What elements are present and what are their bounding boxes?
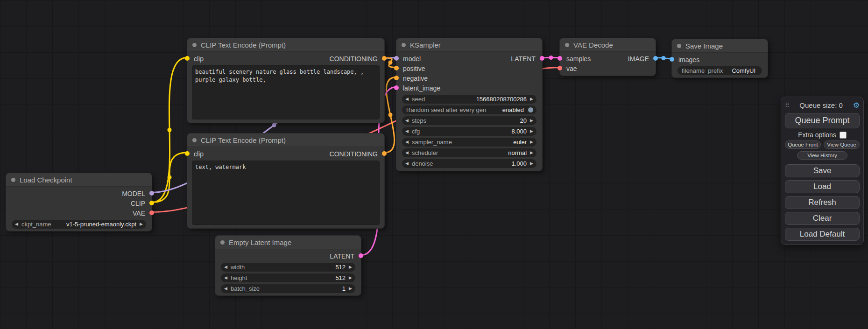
collapse-dot[interactable] <box>677 44 681 48</box>
node-header[interactable]: Load Checkpoint <box>6 173 152 187</box>
node-clip-text-encode-positive[interactable]: CLIP Text Encode (Prompt) clip CONDITION… <box>187 38 385 123</box>
sampler-name-widget[interactable]: ◀ sampler_name euler ▶ <box>402 138 536 147</box>
output-port-vae[interactable] <box>149 210 154 215</box>
decrement-arrow-icon[interactable]: ◀ <box>405 151 409 155</box>
decrement-arrow-icon[interactable]: ◀ <box>224 265 227 269</box>
node-title: Save Image <box>685 42 723 50</box>
widget-value: 1 <box>342 285 346 292</box>
output-port-latent[interactable] <box>540 56 544 61</box>
increment-arrow-icon[interactable]: ▶ <box>349 287 352 291</box>
input-port-model[interactable] <box>394 56 399 61</box>
input-port-clip[interactable] <box>185 56 190 61</box>
increment-arrow-icon[interactable]: ▶ <box>140 222 143 226</box>
node-header[interactable]: VAE Decode <box>560 38 656 52</box>
node-header[interactable]: CLIP Text Encode (Prompt) <box>187 133 384 147</box>
queue-size-label: Queue size: 0 <box>790 101 853 109</box>
decrement-arrow-icon[interactable]: ◀ <box>15 222 18 226</box>
negative-prompt-textarea[interactable]: text, watermark <box>192 161 380 225</box>
increment-arrow-icon[interactable]: ▶ <box>530 97 533 101</box>
increment-arrow-icon[interactable]: ▶ <box>530 119 533 123</box>
queue-prompt-button[interactable]: Queue Prompt <box>785 113 860 128</box>
queue-front-button[interactable]: Queue Front <box>785 140 821 149</box>
increment-arrow-icon[interactable]: ▶ <box>530 151 533 155</box>
settings-gear-icon[interactable]: ⚙ <box>853 101 860 110</box>
decrement-arrow-icon[interactable]: ◀ <box>405 140 409 144</box>
node-load-checkpoint[interactable]: Load Checkpoint MODEL CLIP VAE ◀ ckpt_na… <box>6 173 152 231</box>
increment-arrow-icon[interactable]: ▶ <box>530 161 533 166</box>
decrement-arrow-icon[interactable]: ◀ <box>224 276 227 280</box>
save-button[interactable]: Save <box>785 164 860 177</box>
denoise-widget[interactable]: ◀ denoise 1.000 ▶ <box>402 159 536 168</box>
random-seed-widget[interactable]: Random seed after every gen enabled <box>402 105 536 114</box>
node-title: VAE Decode <box>573 41 613 49</box>
decrement-arrow-icon[interactable]: ◀ <box>405 119 409 123</box>
widget-label: steps <box>412 117 426 124</box>
filename-prefix-widget[interactable]: filename_prefix ComfyUI <box>677 66 762 75</box>
increment-arrow-icon[interactable]: ▶ <box>349 276 352 280</box>
collapse-dot[interactable] <box>192 138 197 142</box>
node-header[interactable]: CLIP Text Encode (Prompt) <box>187 38 384 52</box>
decrement-arrow-icon[interactable]: ◀ <box>405 161 409 166</box>
cfg-widget[interactable]: ◀ cfg 8.000 ▶ <box>402 127 536 136</box>
input-port-clip[interactable] <box>185 151 190 156</box>
increment-arrow-icon[interactable]: ▶ <box>349 265 352 269</box>
collapse-dot[interactable] <box>192 43 197 47</box>
slot-row: VAE <box>6 208 152 218</box>
drag-handle-icon[interactable]: ⠿ <box>785 102 790 109</box>
input-label-vae: vae <box>566 65 577 72</box>
load-button[interactable]: Load <box>785 180 860 193</box>
refresh-button[interactable]: Refresh <box>785 196 860 209</box>
decrement-arrow-icon[interactable]: ◀ <box>405 129 409 133</box>
output-port-model[interactable] <box>149 191 154 196</box>
input-port-vae[interactable] <box>557 66 562 70</box>
decrement-arrow-icon[interactable]: ◀ <box>224 287 227 291</box>
node-header[interactable]: KSampler <box>396 38 542 52</box>
output-port-clip[interactable] <box>149 201 154 205</box>
slot-row: LATENT <box>215 251 361 261</box>
clear-button[interactable]: Clear <box>785 212 860 225</box>
input-port-negative[interactable] <box>394 76 399 80</box>
view-queue-button[interactable]: View Queue <box>824 140 860 149</box>
widget-label: width <box>231 264 245 271</box>
view-history-button[interactable]: View History <box>797 151 848 160</box>
node-header[interactable]: Save Image <box>672 39 768 53</box>
height-widget[interactable]: ◀ height 512 ▶ <box>221 273 355 282</box>
input-port-latent-image[interactable] <box>394 85 399 90</box>
collapse-dot[interactable] <box>565 43 569 47</box>
ckpt-name-widget[interactable]: ◀ ckpt_name v1-5-pruned-emaonly.ckpt ▶ <box>12 220 146 229</box>
toggle-dot[interactable] <box>528 107 533 112</box>
increment-arrow-icon[interactable]: ▶ <box>530 129 533 133</box>
steps-widget[interactable]: ◀ steps 20 ▶ <box>402 116 536 125</box>
node-vae-decode[interactable]: VAE Decode samples IMAGE vae <box>559 38 656 76</box>
widget-label: filename_prefix <box>682 67 723 74</box>
slot-row: images <box>672 55 768 64</box>
input-port-positive[interactable] <box>394 66 399 70</box>
collapse-dot[interactable] <box>11 178 15 182</box>
seed-widget[interactable]: ◀ seed 156680208700286 ▶ <box>402 95 536 104</box>
collapse-dot[interactable] <box>220 240 225 245</box>
load-default-button[interactable]: Load Default <box>785 228 860 241</box>
node-save-image[interactable]: Save Image images filename_prefix ComfyU… <box>671 39 768 78</box>
batch-size-widget[interactable]: ◀ batch_size 1 ▶ <box>221 284 355 293</box>
decrement-arrow-icon[interactable]: ◀ <box>405 97 409 101</box>
node-header[interactable]: Empty Latent Image <box>215 236 361 249</box>
collapse-dot[interactable] <box>402 43 406 47</box>
node-empty-latent-image[interactable]: Empty Latent Image LATENT ◀ width 512 ▶ … <box>215 235 361 296</box>
output-port-image[interactable] <box>653 56 658 61</box>
output-label-image: IMAGE <box>628 55 649 63</box>
width-widget[interactable]: ◀ width 512 ▶ <box>221 263 355 272</box>
slot-row: samples IMAGE <box>560 54 656 63</box>
output-port-latent[interactable] <box>359 253 363 258</box>
input-port-images[interactable] <box>670 57 674 62</box>
extra-options-checkbox[interactable] <box>840 132 847 139</box>
node-clip-text-encode-negative[interactable]: CLIP Text Encode (Prompt) clip CONDITION… <box>187 133 385 229</box>
widget-label: seed <box>412 96 425 103</box>
node-ksampler[interactable]: KSampler model LATENT positive negative … <box>396 38 543 171</box>
increment-arrow-icon[interactable]: ▶ <box>530 140 533 144</box>
output-port-conditioning[interactable] <box>382 56 387 61</box>
positive-prompt-textarea[interactable]: beautiful scenery nature glass bottle la… <box>192 65 380 119</box>
slot-row: model LATENT <box>396 54 542 63</box>
input-port-samples[interactable] <box>557 56 562 61</box>
output-port-conditioning[interactable] <box>382 151 387 156</box>
scheduler-widget[interactable]: ◀ scheduler normal ▶ <box>402 148 536 157</box>
